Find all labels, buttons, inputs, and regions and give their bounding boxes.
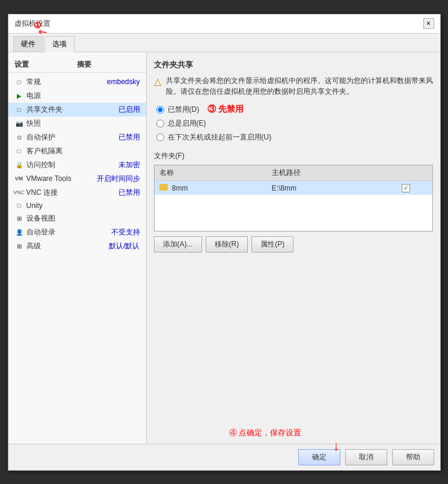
cancel-button[interactable]: 取消 — [345, 449, 387, 465]
radio-disabled-input[interactable] — [156, 106, 164, 114]
autoprotect-name: 自动保护 — [26, 132, 116, 142]
setting-autoprotect[interactable]: ⊙ 自动保护 已禁用 — [8, 130, 146, 144]
folder-name-text: 8mm — [172, 184, 188, 192]
advanced-name: 高级 — [26, 241, 107, 251]
general-name: 常规 — [26, 77, 105, 87]
setting-autologin[interactable]: 👤 自动登录 不受支持 — [8, 225, 146, 239]
col-path-header: 主机路径 — [267, 165, 379, 181]
autologin-value: 不受支持 — [111, 227, 140, 237]
empty-row — [155, 195, 432, 231]
autologin-name: 自动登录 — [26, 227, 109, 237]
setting-general[interactable]: □ 常规 embedsky — [8, 75, 146, 89]
col-summary-header: 摘要 — [77, 60, 140, 70]
folder-icon — [159, 184, 168, 191]
folder-path-cell: E:\8mm — [267, 181, 379, 195]
access-control-value: 未加密 — [118, 160, 140, 170]
vnc-value: 已禁用 — [118, 188, 140, 198]
setting-unity[interactable]: □ Unity — [8, 200, 146, 212]
unity-icon: □ — [14, 201, 24, 210]
dialog-footer: ④ 点确定，保存设置 ↓ 确定 取消 帮助 — [8, 444, 440, 470]
help-button[interactable]: 帮助 — [392, 449, 434, 465]
radio-until-suspend[interactable]: 在下次关机或挂起前一直启用(U) — [156, 132, 433, 142]
setting-power[interactable]: ▶ 电源 — [8, 89, 146, 103]
access-control-name: 访问控制 — [26, 160, 116, 170]
col-name-header: 名称 — [155, 165, 267, 181]
radio-until-suspend-label: 在下次关机或挂起前一直启用(U) — [168, 132, 272, 142]
setting-device-view[interactable]: ⊞ 设备视图 — [8, 212, 146, 225]
tab-bar: 硬件 选项 ① ↙ — [8, 34, 440, 52]
setting-advanced[interactable]: ⊞ 高级 默认/默认 — [8, 239, 146, 253]
left-panel-header: 设置 摘要 — [8, 57, 146, 73]
warning-text: 共享文件夹会将您的文件显示给虚拟机中的程序。这可能为您的计算机和数据带来风险。请… — [166, 75, 433, 97]
general-icon: □ — [14, 78, 24, 86]
setting-vmware-tools[interactable]: VM VMware Tools 开启时间同步 — [8, 172, 146, 186]
content-area: 设置 摘要 □ 常规 embedsky ▶ 电源 □ 共享文件夹 已启用 ② ← — [8, 52, 440, 444]
radio-group: 已禁用(D) ③ 先禁用 总是启用(E) 在下次关机或挂起前一直启用(U) — [154, 104, 433, 142]
vmware-tools-value: 开启时间同步 — [97, 174, 140, 184]
autoprotect-value: 已禁用 — [118, 132, 140, 142]
device-view-icon: ⊞ — [14, 214, 24, 222]
folder-checkbox[interactable]: ✓ — [402, 184, 410, 192]
annotation-3: ③ 先禁用 — [207, 104, 244, 115]
add-folder-button[interactable]: 添加(A)... — [154, 236, 202, 253]
radio-always-input[interactable] — [156, 120, 164, 127]
unity-name: Unity — [26, 201, 138, 210]
dialog-window: 虚拟机设置 × 硬件 选项 ① ↙ 设置 摘要 □ 常规 embedsky ▶ … — [8, 14, 441, 471]
col-setting-header: 设置 — [14, 60, 78, 70]
advanced-value: 默认/默认 — [109, 241, 140, 251]
shared-folder-name: 共享文件夹 — [26, 105, 116, 115]
autologin-icon: 👤 — [14, 228, 24, 236]
vnc-name: VNC 连接 — [26, 188, 116, 198]
section-title: 文件夹共享 — [154, 60, 433, 70]
arrow-annotation-4: ↓ — [333, 438, 340, 454]
guest-isolation-icon: □ — [14, 147, 24, 155]
folder-row[interactable]: 8mm E:\8mm ✓ — [155, 181, 432, 195]
folder-check-cell: ✓ — [379, 181, 432, 195]
col-check-header — [379, 165, 432, 181]
radio-disabled[interactable]: 已禁用(D) ③ 先禁用 — [156, 104, 433, 115]
folder-table-container: 名称 主机路径 8mm E:\8mm — [154, 165, 433, 231]
title-bar: 虚拟机设置 × — [8, 14, 440, 34]
radio-always[interactable]: 总是启用(E) — [156, 118, 433, 129]
setting-shared-folder[interactable]: □ 共享文件夹 已启用 ② ← — [8, 103, 146, 117]
setting-vnc[interactable]: VNC VNC 连接 已禁用 — [8, 186, 146, 200]
advanced-icon: ⊞ — [14, 242, 24, 250]
annotation-4: ④ 点确定，保存设置 — [229, 427, 302, 438]
snapshot-name: 快照 — [26, 118, 138, 129]
setting-access-control[interactable]: 🔒 访问控制 未加密 — [8, 158, 146, 172]
warning-icon: △ — [154, 76, 161, 87]
tab-options[interactable]: 选项 — [44, 36, 75, 52]
autoprotect-icon: ⊙ — [14, 133, 24, 141]
power-name: 电源 — [26, 91, 138, 101]
device-view-name: 设备视图 — [26, 213, 138, 224]
setting-snapshot[interactable]: 📷 快照 — [8, 117, 146, 130]
remove-folder-button[interactable]: 移除(R) — [206, 236, 248, 253]
folder-table: 名称 主机路径 8mm E:\8mm — [155, 165, 432, 231]
guest-isolation-name: 客户机隔离 — [26, 146, 138, 156]
general-value: embedsky — [107, 78, 140, 86]
setting-guest-isolation[interactable]: □ 客户机隔离 — [8, 144, 146, 158]
snapshot-icon: 📷 — [14, 119, 24, 127]
properties-folder-button[interactable]: 属性(P) — [251, 236, 293, 253]
tab-hardware[interactable]: 硬件 — [13, 36, 43, 52]
radio-until-suspend-input[interactable] — [156, 133, 164, 141]
vmware-tools-icon: VM — [14, 174, 24, 183]
folder-section-label: 文件夹(F) — [154, 151, 433, 161]
warning-box: △ 共享文件夹会将您的文件显示给虚拟机中的程序。这可能为您的计算机和数据带来风险… — [154, 75, 433, 97]
folder-name-cell: 8mm — [155, 181, 267, 195]
radio-disabled-label: 已禁用(D) — [168, 105, 200, 115]
left-panel: 设置 摘要 □ 常规 embedsky ▶ 电源 □ 共享文件夹 已启用 ② ← — [8, 52, 147, 444]
vnc-icon: VNC — [14, 188, 24, 197]
radio-always-label: 总是启用(E) — [168, 118, 206, 129]
shared-folder-icon: □ — [14, 105, 24, 114]
shared-folder-value: 已启用 — [118, 105, 140, 115]
vmware-tools-name: VMware Tools — [26, 174, 94, 183]
close-button[interactable]: × — [423, 18, 434, 29]
folder-buttons: 添加(A)... 移除(R) 属性(P) — [154, 236, 433, 253]
power-icon: ▶ — [14, 91, 24, 100]
right-panel: 文件夹共享 △ 共享文件夹会将您的文件显示给虚拟机中的程序。这可能为您的计算机和… — [147, 52, 440, 444]
access-control-icon: 🔒 — [14, 161, 24, 169]
